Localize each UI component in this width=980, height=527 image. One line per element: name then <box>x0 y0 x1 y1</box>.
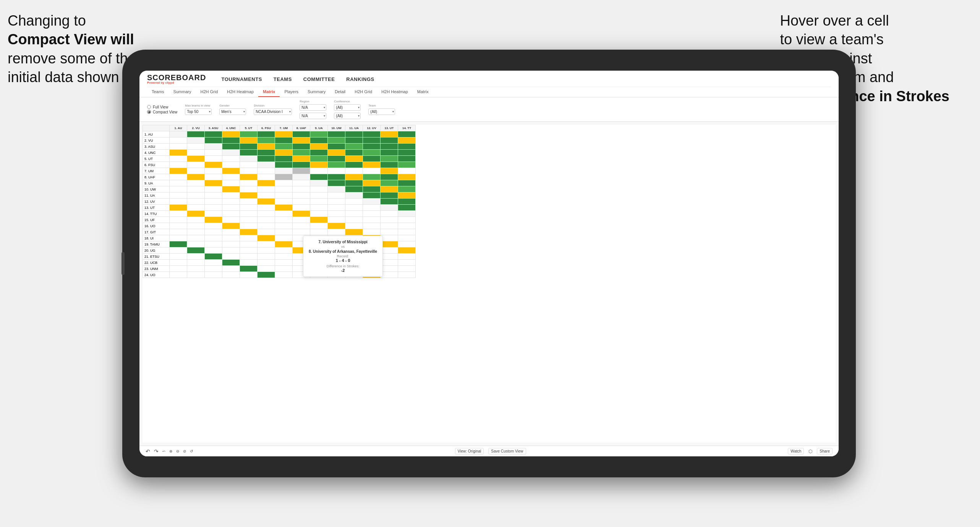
matrix-cell[interactable] <box>381 168 398 174</box>
matrix-cell[interactable] <box>275 144 293 150</box>
matrix-cell[interactable] <box>205 223 222 229</box>
toolbar-icon-4[interactable]: ⊘ <box>183 449 186 453</box>
matrix-cell[interactable] <box>293 156 310 162</box>
matrix-cell[interactable] <box>363 186 381 192</box>
matrix-cell[interactable] <box>398 186 416 192</box>
matrix-cell[interactable] <box>240 156 258 162</box>
matrix-cell[interactable] <box>258 156 275 162</box>
tab-summary-2[interactable]: Summary <box>303 87 330 97</box>
watch-button[interactable]: Watch <box>788 448 804 454</box>
matrix-cell[interactable] <box>328 217 345 223</box>
matrix-cell[interactable] <box>381 229 398 235</box>
matrix-cell[interactable] <box>258 247 275 254</box>
matrix-cell[interactable] <box>240 205 258 211</box>
matrix-cell[interactable] <box>328 137 345 144</box>
matrix-cell[interactable] <box>398 266 416 272</box>
matrix-cell[interactable] <box>275 131 293 137</box>
matrix-cell[interactable] <box>240 131 258 137</box>
matrix-cell[interactable] <box>187 174 205 180</box>
matrix-cell[interactable] <box>222 223 240 229</box>
view-compact-option[interactable]: Compact View <box>147 110 177 114</box>
matrix-cell[interactable] <box>398 199 416 205</box>
matrix-cell[interactable] <box>293 168 310 174</box>
matrix-cell[interactable] <box>328 174 345 180</box>
matrix-cell[interactable] <box>310 156 328 162</box>
matrix-cell[interactable] <box>222 247 240 254</box>
matrix-cell[interactable] <box>205 192 222 199</box>
matrix-cell[interactable] <box>275 180 293 186</box>
matrix-cell[interactable] <box>205 137 222 144</box>
matrix-cell[interactable] <box>258 168 275 174</box>
matrix-cell[interactable] <box>222 156 240 162</box>
matrix-cell[interactable] <box>398 223 416 229</box>
matrix-cell[interactable] <box>240 272 258 278</box>
matrix-cell[interactable] <box>187 254 205 260</box>
tab-h2h-heatmap-2[interactable]: H2H Heatmap <box>377 87 413 97</box>
matrix-cell[interactable] <box>381 205 398 211</box>
matrix-cell[interactable] <box>363 174 381 180</box>
matrix-cell[interactable] <box>293 217 310 223</box>
matrix-cell[interactable] <box>240 211 258 217</box>
matrix-cell[interactable] <box>293 131 310 137</box>
matrix-cell[interactable] <box>187 192 205 199</box>
matrix-cell[interactable] <box>363 168 381 174</box>
matrix-cell[interactable] <box>293 150 310 156</box>
matrix-cell[interactable] <box>170 223 187 229</box>
matrix-cell[interactable] <box>328 144 345 150</box>
matrix-cell[interactable] <box>381 272 398 278</box>
matrix-cell[interactable] <box>205 180 222 186</box>
matrix-cell[interactable] <box>398 168 416 174</box>
matrix-cell[interactable] <box>275 137 293 144</box>
matrix-cell[interactable] <box>187 137 205 144</box>
matrix-cell[interactable] <box>310 150 328 156</box>
matrix-cell[interactable] <box>293 205 310 211</box>
matrix-cell[interactable] <box>381 180 398 186</box>
matrix-cell[interactable] <box>275 254 293 260</box>
conference-select-2[interactable]: (All) <box>334 113 361 119</box>
matrix-cell[interactable] <box>275 260 293 266</box>
matrix-cell[interactable] <box>275 217 293 223</box>
matrix-cell[interactable] <box>275 192 293 199</box>
tab-teams[interactable]: Teams <box>147 87 168 97</box>
matrix-cell[interactable] <box>345 137 363 144</box>
matrix-cell[interactable] <box>222 192 240 199</box>
matrix-cell[interactable] <box>328 229 345 235</box>
radio-full[interactable] <box>147 105 151 109</box>
matrix-cell[interactable] <box>205 272 222 278</box>
radio-compact[interactable] <box>147 110 151 114</box>
matrix-cell[interactable] <box>345 144 363 150</box>
matrix-cell[interactable] <box>240 260 258 266</box>
matrix-cell[interactable] <box>398 217 416 223</box>
matrix-cell[interactable] <box>293 192 310 199</box>
matrix-cell[interactable] <box>275 266 293 272</box>
matrix-cell[interactable] <box>381 174 398 180</box>
matrix-cell[interactable] <box>310 137 328 144</box>
matrix-cell[interactable] <box>258 192 275 199</box>
matrix-cell[interactable] <box>222 144 240 150</box>
matrix-cell[interactable] <box>275 174 293 180</box>
matrix-cell[interactable] <box>240 186 258 192</box>
matrix-cell[interactable] <box>345 217 363 223</box>
matrix-cell[interactable] <box>170 186 187 192</box>
matrix-cell[interactable] <box>345 229 363 235</box>
matrix-cell[interactable] <box>187 162 205 168</box>
save-custom-view-button[interactable]: Save Custom View <box>488 448 526 454</box>
matrix-cell[interactable] <box>258 137 275 144</box>
region-select[interactable]: N/A <box>300 104 326 111</box>
matrix-cell[interactable] <box>240 144 258 150</box>
matrix-cell[interactable] <box>310 131 328 137</box>
matrix-cell[interactable] <box>222 260 240 266</box>
matrix-cell[interactable] <box>398 150 416 156</box>
matrix-cell[interactable] <box>222 272 240 278</box>
matrix-cell[interactable] <box>258 211 275 217</box>
matrix-cell[interactable] <box>240 241 258 247</box>
matrix-cell[interactable] <box>222 180 240 186</box>
matrix-cell[interactable] <box>240 168 258 174</box>
matrix-cell[interactable] <box>222 168 240 174</box>
matrix-cell[interactable] <box>310 186 328 192</box>
matrix-cell[interactable] <box>345 223 363 229</box>
matrix-cell[interactable] <box>310 192 328 199</box>
matrix-cell[interactable] <box>205 199 222 205</box>
matrix-cell[interactable] <box>170 272 187 278</box>
matrix-cell[interactable] <box>363 144 381 150</box>
